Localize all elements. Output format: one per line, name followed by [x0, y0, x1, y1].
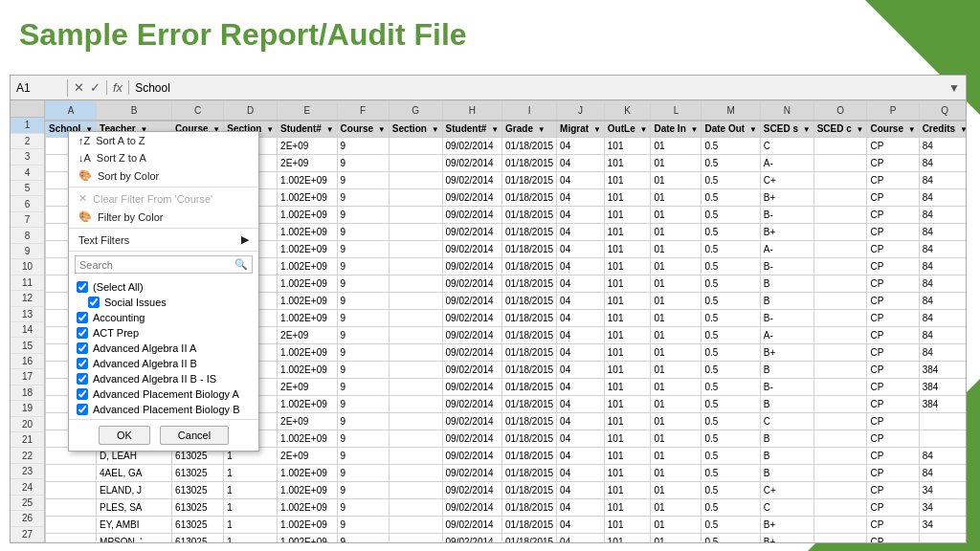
table-cell[interactable]: 1.002E+09	[278, 241, 337, 258]
table-cell[interactable]	[813, 224, 867, 241]
row-num-15[interactable]: 15	[11, 338, 44, 353]
checkbox-item-accounting[interactable]: Accounting	[69, 310, 258, 325]
table-cell[interactable]: 1.002E+09	[278, 499, 337, 517]
table-cell[interactable]: 1.002E+09	[278, 362, 337, 379]
table-cell[interactable]: CP	[867, 396, 919, 413]
table-cell[interactable]	[389, 430, 442, 448]
table-cell[interactable]: 84	[919, 448, 966, 465]
table-cell[interactable]	[389, 224, 442, 241]
row-num-23[interactable]: 23	[11, 464, 44, 479]
table-cell[interactable]: 04	[557, 482, 605, 499]
search-box[interactable]: 🔍	[75, 255, 253, 274]
table-cell[interactable]	[813, 379, 867, 396]
table-cell[interactable]: CP	[867, 172, 919, 189]
table-cell[interactable]: 101	[604, 413, 651, 430]
select-all-item[interactable]: (Select All)	[69, 279, 258, 295]
table-cell[interactable]	[813, 310, 867, 327]
table-cell[interactable]	[813, 413, 867, 430]
table-cell[interactable]: 01	[651, 534, 702, 543]
table-cell[interactable]: 0.5	[702, 448, 760, 465]
table-cell[interactable]	[46, 517, 97, 534]
table-cell[interactable]: CP	[867, 189, 919, 207]
table-cell[interactable]: 84	[919, 207, 966, 224]
table-cell[interactable]: 9	[337, 413, 389, 430]
row-num-9[interactable]: 9	[11, 244, 44, 259]
table-cell[interactable]: 0.5	[702, 379, 760, 396]
table-cell[interactable]	[813, 499, 867, 517]
table-cell[interactable]	[813, 189, 867, 207]
table-cell[interactable]: 04	[557, 276, 605, 293]
table-cell[interactable]: 01/18/2015	[502, 362, 557, 379]
row-num-4[interactable]: 4	[11, 165, 44, 181]
table-cell[interactable]	[813, 138, 867, 155]
row-num-19[interactable]: 19	[11, 401, 44, 416]
table-cell[interactable]: 9	[337, 430, 389, 448]
table-cell[interactable]	[389, 396, 442, 413]
col-G-header[interactable]: G	[389, 101, 442, 121]
alg2bis-checkbox[interactable]	[77, 373, 88, 385]
table-cell[interactable]: B	[760, 293, 813, 310]
table-cell[interactable]: 09/02/2014	[442, 379, 501, 396]
table-cell[interactable]: 0.5	[702, 155, 760, 172]
table-cell[interactable]: 09/02/2014	[442, 241, 501, 258]
checkbox-item-social[interactable]: Social Issues	[69, 295, 258, 310]
table-cell[interactable]: 09/02/2014	[442, 362, 501, 379]
table-cell[interactable]: B+	[760, 344, 813, 362]
table-cell[interactable]: 101	[604, 138, 651, 155]
table-cell[interactable]: 01/18/2015	[502, 534, 557, 543]
row-num-21[interactable]: 21	[11, 432, 44, 448]
table-cell[interactable]: 34	[919, 499, 966, 517]
col-K-header[interactable]: K	[604, 101, 651, 121]
table-cell[interactable]: 01	[651, 379, 702, 396]
col-B-header[interactable]: B	[97, 101, 172, 121]
table-cell[interactable]	[813, 293, 867, 310]
row-num-11[interactable]: 11	[11, 276, 44, 291]
table-cell[interactable]: CP	[867, 465, 919, 482]
table-cell[interactable]: 09/02/2014	[442, 534, 501, 543]
table-cell[interactable]	[46, 482, 97, 499]
table-cell[interactable]: 01/18/2015	[502, 465, 557, 482]
table-cell[interactable]: 0.5	[702, 465, 760, 482]
table-cell[interactable]	[389, 189, 442, 207]
checkbox-item-bio-b[interactable]: Advanced Placement Biology B	[69, 402, 258, 417]
table-cell[interactable]: 04	[557, 327, 605, 344]
table-cell[interactable]	[389, 534, 442, 543]
col-Q-header[interactable]: Q	[919, 101, 966, 121]
table-cell[interactable]	[389, 362, 442, 379]
table-cell[interactable]: 01	[651, 138, 702, 155]
checkbox-item-alg2a[interactable]: Advanced Algebra II A	[69, 341, 258, 356]
table-cell[interactable]: 01	[651, 189, 702, 207]
table-cell[interactable]: 0.5	[702, 362, 760, 379]
table-cell[interactable]: 101	[604, 189, 651, 207]
col-O-header[interactable]: O	[813, 101, 867, 121]
table-cell[interactable]: 09/02/2014	[442, 293, 501, 310]
table-cell[interactable]: 04	[557, 413, 605, 430]
table-cell[interactable]: CP	[867, 207, 919, 224]
row-num-10[interactable]: 10	[11, 259, 44, 275]
table-cell[interactable]: A-	[760, 155, 813, 172]
table-cell[interactable]: 84	[919, 293, 966, 310]
table-cell[interactable]: 9	[337, 310, 389, 327]
col-M-header[interactable]: M	[702, 101, 760, 121]
table-cell[interactable]: 9	[337, 465, 389, 482]
row-num-25[interactable]: 25	[11, 496, 44, 511]
row-num-5[interactable]: 5	[11, 181, 44, 196]
table-cell[interactable]: CP	[867, 362, 919, 379]
table-cell[interactable]: 1	[224, 517, 278, 534]
table-cell[interactable]: 613025	[172, 465, 224, 482]
table-cell[interactable]	[813, 362, 867, 379]
table-cell[interactable]	[389, 138, 442, 155]
table-cell[interactable]: CP	[867, 344, 919, 362]
table-cell[interactable]: 09/02/2014	[442, 172, 501, 189]
table-cell[interactable]	[813, 517, 867, 534]
table-cell[interactable]: 09/02/2014	[442, 430, 501, 448]
table-cell[interactable]: 09/02/2014	[442, 482, 501, 499]
table-cell[interactable]	[813, 276, 867, 293]
table-cell[interactable]: 0.5	[702, 224, 760, 241]
checkbox-item-alg2b[interactable]: Advanced Algebra II B	[69, 356, 258, 371]
table-cell[interactable]: 09/02/2014	[442, 327, 501, 344]
table-cell[interactable]: 01	[651, 430, 702, 448]
table-cell[interactable]	[389, 413, 442, 430]
table-cell[interactable]: EY, AMBI	[97, 517, 172, 534]
table-cell[interactable]: 01/18/2015	[502, 413, 557, 430]
